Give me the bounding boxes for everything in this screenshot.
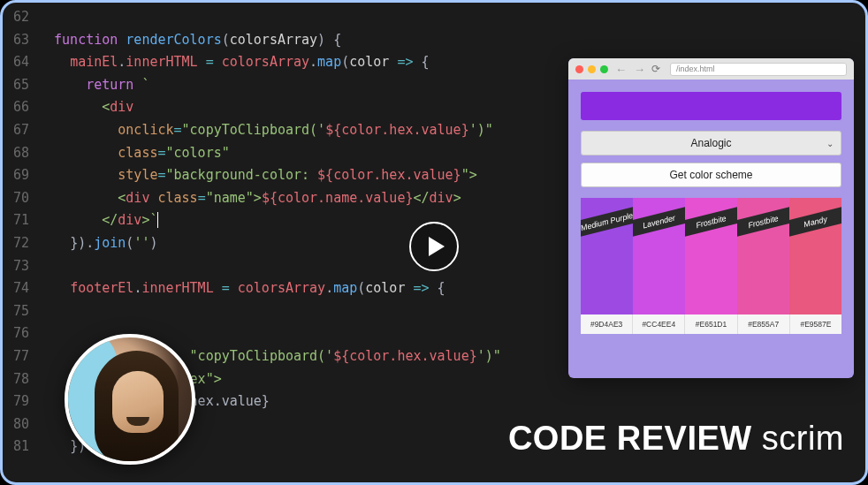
line-number: 69 bbox=[3, 164, 29, 187]
hex-value[interactable]: #CC4EE4 bbox=[633, 314, 685, 334]
play-icon bbox=[429, 237, 445, 256]
window-close-icon[interactable] bbox=[575, 65, 583, 73]
play-button[interactable] bbox=[409, 222, 459, 271]
app-body: Analogic ⌄ Get color scheme Medium Purpl… bbox=[568, 80, 854, 346]
line-number: 79 bbox=[3, 390, 29, 413]
instructor-avatar bbox=[65, 334, 195, 465]
scheme-select-value: Analogic bbox=[690, 137, 731, 149]
get-scheme-button[interactable]: Get color scheme bbox=[581, 163, 841, 187]
swatch-name: Medium Purple bbox=[581, 206, 633, 238]
title-bold: CODE REVIEW bbox=[508, 420, 752, 457]
text-cursor bbox=[157, 212, 158, 228]
browser-preview: ← → ⟳ /index.html Analogic ⌄ Get color s… bbox=[568, 58, 854, 378]
code-line bbox=[38, 6, 865, 29]
hex-value[interactable]: #E651D1 bbox=[685, 314, 737, 334]
swatch-name: Mandy bbox=[789, 206, 841, 238]
scheme-select[interactable]: Analogic ⌄ bbox=[581, 131, 841, 155]
seed-color-input[interactable] bbox=[581, 92, 841, 120]
forward-icon[interactable]: → bbox=[634, 63, 645, 76]
line-number: 67 bbox=[3, 119, 29, 142]
line-number: 68 bbox=[3, 142, 29, 165]
line-number: 74 bbox=[3, 277, 29, 300]
line-number: 70 bbox=[3, 187, 29, 210]
swatch-row: Medium Purple Lavender Frostbite Frostbi… bbox=[581, 198, 841, 314]
swatch-name: Frostbite bbox=[685, 206, 737, 238]
video-scrim-frame: 62 63 64 65 66 67 68 69 70 71 72 73 74 7… bbox=[0, 0, 868, 485]
hex-value[interactable]: #E855A7 bbox=[738, 314, 790, 334]
line-number: 63 bbox=[3, 29, 29, 52]
line-gutter: 62 63 64 65 66 67 68 69 70 71 72 73 74 7… bbox=[3, 6, 38, 482]
line-number: 76 bbox=[3, 322, 29, 345]
line-number: 62 bbox=[3, 6, 29, 29]
line-number: 77 bbox=[3, 345, 29, 368]
color-swatch[interactable]: Frostbite bbox=[685, 198, 737, 314]
window-minimize-icon[interactable] bbox=[588, 65, 596, 73]
line-number: 73 bbox=[3, 255, 29, 278]
back-icon[interactable]: ← bbox=[615, 63, 627, 76]
line-number: 66 bbox=[3, 96, 29, 119]
scrim-title: CODE REVIEW scrim bbox=[508, 420, 844, 458]
hex-value[interactable]: #9D4AE3 bbox=[581, 314, 633, 334]
hex-value[interactable]: #E9587E bbox=[790, 314, 841, 334]
line-number: 81 bbox=[3, 436, 29, 458]
chevron-down-icon: ⌄ bbox=[826, 139, 834, 148]
line-number: 72 bbox=[3, 232, 29, 255]
code-line: function renderColors(colorsArray) { bbox=[38, 29, 865, 52]
url-bar[interactable]: /index.html bbox=[670, 63, 847, 76]
title-light: scrim bbox=[762, 420, 844, 457]
color-swatch[interactable]: Mandy bbox=[789, 198, 841, 314]
swatch-name: Frostbite bbox=[737, 206, 789, 238]
line-number: 75 bbox=[3, 300, 29, 323]
get-scheme-label: Get color scheme bbox=[669, 169, 752, 181]
line-number: 78 bbox=[3, 368, 29, 391]
line-number: 80 bbox=[3, 413, 29, 436]
window-maximize-icon[interactable] bbox=[600, 65, 608, 73]
line-number: 71 bbox=[3, 209, 29, 232]
line-number: 64 bbox=[3, 51, 29, 74]
hex-row: #9D4AE3 #CC4EE4 #E651D1 #E855A7 #E9587E bbox=[581, 314, 841, 334]
refresh-icon[interactable]: ⟳ bbox=[651, 63, 660, 75]
line-number: 65 bbox=[3, 74, 29, 97]
browser-chrome: ← → ⟳ /index.html bbox=[568, 58, 854, 80]
swatch-name: Lavender bbox=[633, 206, 685, 238]
color-swatch[interactable]: Medium Purple bbox=[581, 198, 633, 314]
color-swatch[interactable]: Frostbite bbox=[737, 198, 789, 314]
color-swatch[interactable]: Lavender bbox=[633, 198, 685, 314]
